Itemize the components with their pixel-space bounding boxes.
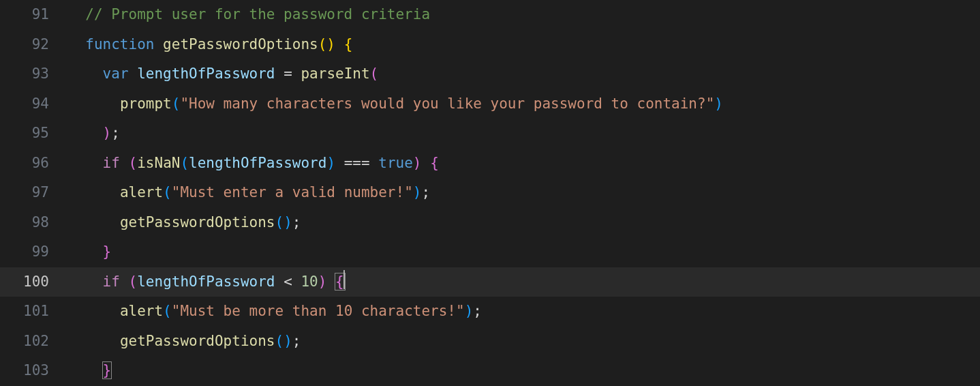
code-token: if bbox=[103, 155, 120, 171]
code-token: if bbox=[103, 273, 120, 290]
code-token: ) bbox=[413, 155, 422, 171]
code-token: ( bbox=[129, 155, 138, 171]
code-token: ) bbox=[326, 155, 335, 171]
code-token: ) bbox=[465, 303, 474, 319]
code-token: ) bbox=[714, 95, 723, 112]
code-line[interactable]: alert("Must enter a valid number!"); bbox=[68, 178, 980, 208]
code-line[interactable]: } bbox=[68, 356, 980, 386]
code-token: lengthOfPassword bbox=[137, 273, 275, 290]
line-number: 97 bbox=[0, 178, 49, 208]
code-token: ; bbox=[421, 184, 430, 201]
code-token bbox=[275, 65, 284, 82]
code-area[interactable]: // Prompt user for the password criteria… bbox=[68, 0, 980, 386]
line-number: 91 bbox=[0, 0, 49, 30]
code-token: true bbox=[378, 155, 413, 171]
code-token: } bbox=[103, 243, 112, 260]
code-token: ; bbox=[111, 125, 120, 141]
code-token bbox=[335, 36, 344, 53]
code-token: 10 bbox=[301, 273, 318, 290]
code-token bbox=[120, 155, 129, 171]
line-number: 95 bbox=[0, 119, 49, 149]
code-line[interactable]: alert("Must be more than 10 characters!"… bbox=[68, 297, 980, 327]
code-line[interactable]: if (isNaN(lengthOfPassword) === true) { bbox=[68, 149, 980, 179]
line-number: 101 bbox=[0, 297, 49, 327]
code-token: } bbox=[102, 361, 112, 379]
code-token bbox=[292, 273, 301, 290]
code-token: ) bbox=[326, 36, 335, 53]
code-token: "Must be more than 10 characters!" bbox=[172, 303, 465, 319]
line-number: 100 bbox=[0, 267, 49, 297]
code-token bbox=[292, 65, 301, 82]
code-line[interactable]: if (lengthOfPassword < 10) { bbox=[68, 267, 980, 297]
code-token bbox=[275, 273, 284, 290]
code-token: // Prompt user for the password criteria bbox=[85, 6, 430, 23]
line-number: 102 bbox=[0, 327, 49, 357]
code-line[interactable]: function getPasswordOptions() { bbox=[68, 30, 980, 60]
code-token: ( bbox=[172, 95, 181, 112]
code-token: ( bbox=[318, 36, 327, 53]
code-token: ( bbox=[180, 155, 189, 171]
code-token: ( bbox=[163, 303, 172, 319]
code-line[interactable]: prompt("How many characters would you li… bbox=[68, 89, 980, 119]
code-token: ( bbox=[163, 184, 172, 201]
code-line[interactable]: ); bbox=[68, 119, 980, 149]
code-token: getPasswordOptions bbox=[120, 214, 275, 231]
code-token: ( bbox=[370, 65, 379, 82]
code-line[interactable]: getPasswordOptions(); bbox=[68, 327, 980, 357]
code-line[interactable]: } bbox=[68, 237, 980, 267]
code-token: { bbox=[335, 273, 346, 291]
line-number: 96 bbox=[0, 149, 49, 179]
code-token: < bbox=[284, 273, 292, 290]
code-token: getPasswordOptions bbox=[120, 333, 275, 349]
code-token: alert bbox=[120, 303, 163, 319]
line-number: 98 bbox=[0, 208, 49, 238]
code-token: var bbox=[103, 65, 129, 82]
code-token: ; bbox=[292, 333, 301, 349]
code-token: ( bbox=[129, 273, 138, 290]
code-token: lengthOfPassword bbox=[189, 155, 326, 171]
code-token: prompt bbox=[120, 95, 172, 112]
code-token: function bbox=[85, 36, 154, 53]
code-token: ) bbox=[284, 214, 292, 231]
code-token: lengthOfPassword bbox=[137, 65, 275, 82]
code-line[interactable]: var lengthOfPassword = parseInt( bbox=[68, 59, 980, 89]
code-token bbox=[370, 155, 379, 171]
code-token: "How many characters would you like your… bbox=[180, 95, 714, 112]
code-token: === bbox=[344, 155, 370, 171]
code-token: "Must enter a valid number!" bbox=[172, 184, 413, 201]
line-number: 103 bbox=[0, 356, 49, 386]
code-token: = bbox=[284, 65, 292, 82]
code-token bbox=[422, 155, 431, 171]
line-number: 99 bbox=[0, 237, 49, 267]
code-token bbox=[154, 36, 163, 53]
line-number: 92 bbox=[0, 30, 49, 60]
code-token: ) bbox=[318, 273, 327, 290]
code-line[interactable]: // Prompt user for the password criteria bbox=[68, 0, 980, 30]
code-token: getPasswordOptions bbox=[163, 36, 318, 53]
code-token: parseInt bbox=[301, 65, 369, 82]
code-token: ; bbox=[292, 214, 301, 231]
code-token: ) bbox=[413, 184, 422, 201]
code-token: ) bbox=[103, 125, 112, 141]
line-number-gutter: 919293949596979899100101102103 bbox=[0, 0, 68, 386]
code-token: ( bbox=[275, 333, 284, 349]
code-token bbox=[129, 65, 138, 82]
code-token: ( bbox=[275, 214, 284, 231]
code-token: alert bbox=[120, 184, 163, 201]
code-token: { bbox=[430, 155, 439, 171]
code-token bbox=[120, 273, 129, 290]
line-number: 93 bbox=[0, 59, 49, 89]
code-token bbox=[335, 155, 344, 171]
code-line[interactable]: getPasswordOptions(); bbox=[68, 208, 980, 238]
code-token: isNaN bbox=[137, 155, 180, 171]
code-editor[interactable]: 919293949596979899100101102103 // Prompt… bbox=[0, 0, 980, 386]
code-token: ) bbox=[284, 333, 292, 349]
code-token: ; bbox=[473, 303, 482, 319]
code-token: { bbox=[344, 36, 353, 53]
line-number: 94 bbox=[0, 89, 49, 119]
